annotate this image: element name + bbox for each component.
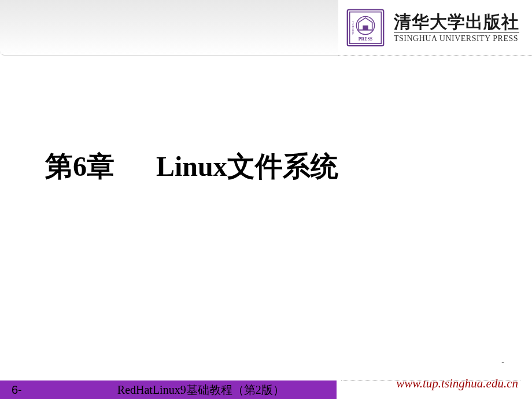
slide-header: PRESS TSINGHUA 清华大学出版社 TSINGHUA UNIVERSI… (0, 0, 532, 56)
publisher-name-chinese: 清华大学出版社 (394, 12, 519, 31)
svg-rect-3 (363, 25, 368, 30)
page-number: 6- (12, 383, 22, 397)
slide-footer: - 6- RedHatLinux9基础教程（第2版） www.tup.tsing… (0, 380, 532, 399)
svg-point-2 (356, 16, 374, 34)
publisher-text-block: 清华大学出版社 TSINGHUA UNIVERSITY PRESS (394, 12, 519, 43)
chapter-title: 第6章 Linux文件系统 (45, 148, 532, 185)
header-gradient-area (0, 0, 338, 56)
book-title: RedHatLinux9基础教程（第2版） (117, 382, 285, 398)
publisher-url: www.tup.tsinghua.edu.cn (396, 376, 518, 391)
footer-decoration-mark: - (501, 357, 504, 367)
svg-text:PRESS: PRESS (359, 36, 372, 41)
tsinghua-seal-icon: PRESS TSINGHUA (343, 5, 388, 50)
publisher-area: PRESS TSINGHUA 清华大学出版社 TSINGHUA UNIVERSI… (338, 0, 532, 56)
slide-body: 第6章 Linux文件系统 (0, 56, 532, 185)
svg-text:TSINGHUA: TSINGHUA (352, 20, 354, 34)
footer-purple-bar: 6- RedHatLinux9基础教程（第2版） (0, 380, 337, 399)
publisher-name-english: TSINGHUA UNIVERSITY PRESS (394, 32, 519, 43)
